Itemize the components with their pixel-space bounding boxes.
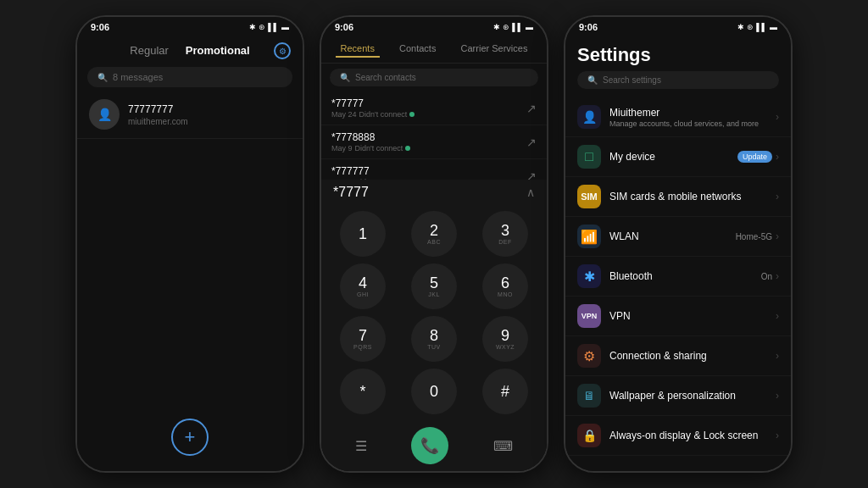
settings-item-content: VPN <box>609 310 767 322</box>
key-5[interactable]: 5JKL <box>411 263 457 309</box>
keypad: 1 2ABC 3DEF 4GHI 5JKL 6MNO 7PQRS 8TUV 9W… <box>321 205 547 420</box>
settings-item-always-on[interactable]: 🔒 Always-on display & Lock screen › <box>565 416 791 456</box>
key-6[interactable]: 6MNO <box>482 263 528 309</box>
chevron-right-icon: › <box>776 350 779 362</box>
call-detail: May 24 Didn't connect <box>331 110 526 119</box>
dialer-input-display[interactable]: *7777 <box>333 185 526 200</box>
settings-item-title: SIM cards & mobile networks <box>609 191 767 202</box>
settings-item-right: › <box>776 191 779 202</box>
key-8[interactable]: 8TUV <box>411 316 457 362</box>
time-1: 9:06 <box>91 22 109 32</box>
search-icon-settings: 🔍 <box>587 75 598 85</box>
settings-item-wallpaper[interactable]: 🖥 Wallpaper & personalization › <box>565 376 791 416</box>
share-icon[interactable]: ↗ <box>526 102 537 115</box>
time-3: 9:06 <box>579 22 598 32</box>
settings-item-title: My device <box>609 151 729 163</box>
call-number: *777777 <box>331 165 526 177</box>
tab-recents[interactable]: Recents <box>336 41 380 58</box>
bluetooth-icon-1: ✱ <box>249 23 256 31</box>
key-row: 2ABC <box>399 208 469 259</box>
key-7[interactable]: 7PQRS <box>340 316 386 362</box>
key-0[interactable]: 0 <box>411 369 457 414</box>
tab-contacts[interactable]: Contacts <box>394 41 441 58</box>
settings-item-right: › <box>776 310 779 322</box>
settings-item-my-device[interactable]: □ My device Update › <box>565 137 791 177</box>
key-1[interactable]: 1 <box>340 211 386 257</box>
signal-icon-1: ▌▌ <box>268 23 279 31</box>
settings-item-content: Connection & sharing <box>609 350 767 362</box>
avatar: 👤 <box>89 99 120 130</box>
status-badge: Update <box>737 151 772 163</box>
settings-item-wlan[interactable]: 📶 WLAN Home-5G › <box>565 217 791 257</box>
tab-promotional[interactable]: Promotional <box>186 42 250 58</box>
settings-item-right: › <box>776 430 779 441</box>
key-row: 7PQRS <box>328 313 398 364</box>
dialer-action-bar: ☰ 📞 ⌨ <box>321 420 547 471</box>
call-button[interactable]: 📞 <box>411 427 448 464</box>
dialer-screen: Recents Contacts Carrier Services 🔍 Sear… <box>321 36 547 471</box>
key-9[interactable]: 9WXYZ <box>482 316 528 362</box>
settings-item-content: Wallpaper & personalization <box>609 390 767 402</box>
dialer-search-placeholder: Search contacts <box>355 73 416 82</box>
key-star[interactable]: * <box>340 369 386 414</box>
settings-screen: Settings 🔍 Search settings 👤 Miuithemer … <box>565 36 791 471</box>
compose-fab-button[interactable]: + <box>171 419 209 456</box>
list-item[interactable]: *777777 May 4 Didn't connect ↗ <box>321 159 547 180</box>
key-row: 0 <box>399 366 469 417</box>
search-icon: 🔍 <box>97 73 108 82</box>
status-icons-1: ✱ ⊛ ▌▌ ▬ <box>249 23 289 31</box>
tab-carrier-services[interactable]: Carrier Services <box>456 41 533 58</box>
settings-search-bar[interactable]: 🔍 Search settings <box>577 71 779 89</box>
wallpaper-icon: 🖥 <box>577 384 601 408</box>
call-list: *77777 May 24 Didn't connect ↗ *7778888 … <box>321 92 547 180</box>
bluetooth-icon-2: ✱ <box>493 23 500 31</box>
messages-header: Regular Promotional ⚙ <box>77 36 303 64</box>
settings-item-subtitle: Manage accounts, cloud services, and mor… <box>609 119 767 128</box>
list-item[interactable]: *7778888 May 9 Didn't connect ↗ <box>321 125 547 159</box>
settings-item-content: Always-on display & Lock screen <box>609 430 767 441</box>
key-row: 4GHI <box>328 261 398 312</box>
settings-item-title: Wallpaper & personalization <box>609 390 767 402</box>
signal-icon-3: ▌▌ <box>756 23 767 31</box>
phones-container: 9:06 ✱ ⊛ ▌▌ ▬ Regular Promotional ⚙ 🔍 8 <box>0 0 868 488</box>
messages-settings-icon[interactable]: ⚙ <box>274 42 291 59</box>
settings-item-right: On › <box>761 270 779 282</box>
settings-item-vpn[interactable]: VPN VPN › <box>565 297 791 336</box>
settings-item-title: Connection & sharing <box>609 350 767 362</box>
call-info: *777777 May 4 Didn't connect <box>331 165 526 180</box>
settings-item-content: Bluetooth <box>609 270 753 282</box>
settings-item-bluetooth[interactable]: ✱ Bluetooth On › <box>565 257 791 297</box>
tab-regular[interactable]: Regular <box>130 42 169 58</box>
dialer-search-bar[interactable]: 🔍 Search contacts <box>330 69 538 86</box>
message-sender: 77777777 <box>128 103 291 115</box>
menu-icon[interactable]: ☰ <box>355 438 367 454</box>
share-icon[interactable]: ↗ <box>526 136 537 149</box>
battery-icon-3: ▬ <box>770 23 777 31</box>
time-2: 9:06 <box>335 22 353 32</box>
chevron-right-icon: › <box>776 430 779 441</box>
page-title: Settings <box>577 44 779 66</box>
settings-item-right: › <box>776 350 779 362</box>
user-icon: 👤 <box>577 105 601 129</box>
key-hash[interactable]: # <box>482 369 528 414</box>
settings-item-miuithemer[interactable]: 👤 Miuithemer Manage accounts, cloud serv… <box>565 97 791 137</box>
key-4[interactable]: 4GHI <box>340 263 386 309</box>
share-icon[interactable]: ↗ <box>526 169 537 180</box>
key-2[interactable]: 2ABC <box>411 211 457 257</box>
status-bar-1: 9:06 ✱ ⊛ ▌▌ ▬ <box>77 17 303 36</box>
phone-messages: 9:06 ✱ ⊛ ▌▌ ▬ Regular Promotional ⚙ 🔍 8 <box>75 15 304 473</box>
messages-search-bar[interactable]: 🔍 8 messages <box>87 67 292 87</box>
bluetooth-icon-3: ✱ <box>737 23 744 31</box>
list-item[interactable]: *77777 May 24 Didn't connect ↗ <box>321 92 547 125</box>
keypad-icon[interactable]: ⌨ <box>493 438 513 454</box>
settings-item-connection-sharing[interactable]: ⚙ Connection & sharing › <box>565 336 791 376</box>
key-row: 3DEF <box>470 208 540 259</box>
settings-item-title: Bluetooth <box>609 270 753 282</box>
call-detail: May 9 Didn't connect <box>331 144 526 152</box>
key-3[interactable]: 3DEF <box>482 211 528 257</box>
device-icon: □ <box>577 145 601 169</box>
settings-item-sim[interactable]: SIM SIM cards & mobile networks › <box>565 177 791 217</box>
phone-dialer: 9:06 ✱ ⊛ ▌▌ ▬ Recents Contacts Carrier S… <box>320 15 548 473</box>
list-item[interactable]: 👤 77777777 miuithemer.com <box>77 91 303 139</box>
settings-item-content: WLAN <box>609 230 727 242</box>
